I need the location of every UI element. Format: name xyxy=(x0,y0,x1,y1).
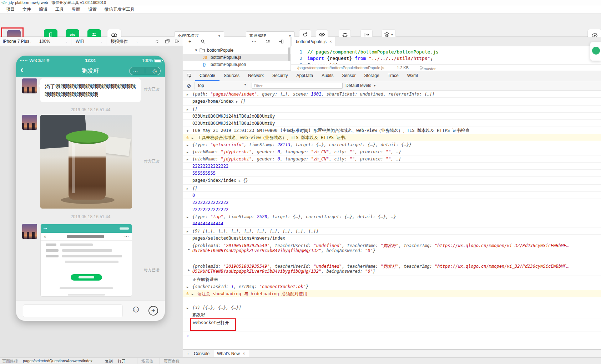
copy-button[interactable]: 复制 xyxy=(105,359,113,364)
log-segment: , language: xyxy=(280,149,311,154)
more-button[interactable]: ⋯ xyxy=(133,68,138,74)
editor-tab[interactable]: bottomPopule.js × xyxy=(292,37,336,46)
network-select[interactable]: WiFi⌄ xyxy=(74,37,105,46)
devtools-tab-appdata[interactable]: AppData xyxy=(292,71,317,81)
context-select[interactable]: top▼ xyxy=(198,83,247,88)
inspect-element-icon[interactable] xyxy=(183,71,195,81)
kebab-menu-icon[interactable]: ⋮ xyxy=(186,351,190,356)
contact-avatar[interactable] xyxy=(22,78,37,93)
devtools-tab-sources[interactable]: Sources xyxy=(219,71,244,81)
console-log-row[interactable]: ▶{path: "pages/home/index", query: {…}, … xyxy=(183,91,601,98)
devtools-tab-trace[interactable]: Trace xyxy=(384,71,403,81)
log-segment: , beingAnswered: xyxy=(321,269,365,274)
drawer-tab-whats-new[interactable]: What's New × xyxy=(213,350,249,357)
expand-arrow-icon[interactable]: ▶ xyxy=(187,143,188,148)
git-branch[interactable]: master xyxy=(420,66,424,70)
menu-item[interactable]: 文件 xyxy=(19,5,35,14)
expand-arrow-icon[interactable]: ▼ xyxy=(187,129,188,134)
search-icon[interactable] xyxy=(200,38,206,45)
log-segment: } xyxy=(306,284,308,289)
menu-item[interactable]: 工具 xyxy=(51,5,68,14)
dock-right-icon[interactable] xyxy=(174,38,180,45)
devtools-tab-sensor[interactable]: Sensor xyxy=(338,71,360,81)
message-input[interactable] xyxy=(23,304,123,317)
mute-icon[interactable] xyxy=(155,38,161,45)
devtools-tab-security[interactable]: Security xyxy=(268,71,292,81)
clear-console-icon[interactable]: ⊘ xyxy=(187,83,191,89)
chat-image-cup-photo[interactable] xyxy=(40,115,132,209)
menu-item[interactable]: 项目 xyxy=(2,5,19,14)
menu-item[interactable]: 编辑 xyxy=(35,5,51,14)
console-log-row[interactable]: ▶(9) [{…}, {…}, {…}, {…}, {…}, {…}, {…},… xyxy=(183,227,601,235)
devtools-tab-storage[interactable]: Storage xyxy=(360,71,384,81)
console-log-row[interactable]: ▶{problemId: "2019051803935549", teacher… xyxy=(183,241,601,255)
console-log-row[interactable]: ▶{problemId: "2019051803935549", teacher… xyxy=(183,262,601,276)
expand-arrow-icon[interactable]: ▶ xyxy=(187,186,188,191)
devtools-tab-wxml[interactable]: Wxml xyxy=(403,71,422,81)
console-log-row[interactable]: ▶{nickName: "jdyptceshi", gender: 0, lan… xyxy=(183,148,601,155)
close-icon[interactable]: × xyxy=(243,351,245,356)
emoji-icon[interactable]: ☺ xyxy=(131,304,141,315)
sort-list-icon[interactable] xyxy=(264,38,271,45)
file-panel-scrollbar[interactable] xyxy=(288,47,290,61)
expand-arrow-icon[interactable]: ▶ xyxy=(187,306,188,311)
expand-arrow-icon[interactable]: ▶ xyxy=(187,285,188,290)
close-circle-button[interactable]: ◎ xyxy=(152,68,157,74)
console-log-row[interactable]: ▶{nickName: "jdyptceshi", gender: 0, lan… xyxy=(183,155,601,163)
close-icon[interactable]: × xyxy=(329,39,332,44)
console-log-row[interactable]: ▶{} xyxy=(183,106,601,113)
log-segment: {nickName: xyxy=(192,157,221,162)
menu-item[interactable]: 设置 xyxy=(84,5,101,14)
menu-item[interactable]: 界面 xyxy=(68,5,84,14)
zoom-select[interactable]: 100%⌄ xyxy=(37,37,70,46)
devtools-tab-audits[interactable]: Audits xyxy=(317,71,338,81)
console-log-row[interactable]: ▶{type: "getuserinfo", timeStamp: 28113,… xyxy=(183,141,601,148)
expand-arrow-icon[interactable]: ▶ xyxy=(188,268,190,273)
devtools-tab-network[interactable]: Network xyxy=(244,71,268,81)
console-log-row[interactable]: ▶(3) [{…}, {…}, {…}] xyxy=(183,304,601,311)
console-prompt[interactable]: › xyxy=(183,332,601,339)
console-log-row[interactable]: ⚠▶工具未校验合法域名、web-view（业务域名）、TLS 版本以及 HTTP… xyxy=(183,134,601,141)
console-log-row[interactable]: ▶{} xyxy=(183,185,601,192)
log-levels-select[interactable]: Default levels▼ xyxy=(345,83,376,88)
console-log-area: ▶{path: "pages/home/index", query: {…}, … xyxy=(183,91,601,349)
expand-arrow-icon[interactable]: ▶ xyxy=(187,157,188,162)
expand-arrow-icon[interactable]: ▶ xyxy=(187,107,188,112)
page-path-label: 页面路径 xyxy=(2,359,18,364)
float-window-icon[interactable] xyxy=(164,38,171,45)
drawer-tab-console[interactable]: Console xyxy=(194,351,209,356)
expand-arrow-icon[interactable]: ▶ xyxy=(188,247,190,252)
console-log-row[interactable]: ⚠▶请注意 showLoading 与 hideLoading 必须配对使用 xyxy=(183,290,601,297)
editor-tab-bar: bottomPopule.js × xyxy=(291,37,601,46)
console-log-row[interactable]: ▶{type: "tap", timeStamp: 2520, target: … xyxy=(183,213,601,220)
open-button[interactable]: 打开 xyxy=(118,359,126,364)
tree-folder-row[interactable]: ▼ bottomPopule xyxy=(183,47,291,54)
console-log-row[interactable]: ▶{socketTaskId: 1, errMsg: "connectSocke… xyxy=(183,283,601,290)
collapse-panel-icon[interactable] xyxy=(278,38,284,45)
expand-arrow-icon[interactable]: ▶ xyxy=(192,292,193,297)
simulate-select[interactable]: 模拟操作⌄ xyxy=(108,37,141,46)
expand-arrow-icon[interactable]: ▶ xyxy=(187,215,188,220)
menu-item[interactable]: 微信开发者工具 xyxy=(101,5,138,14)
chat-image-screenshot[interactable]: •••• ⠀⠀ × ⋯ xyxy=(40,224,132,297)
add-file-icon[interactable]: + xyxy=(187,38,193,45)
file-item[interactable]: JSbottomPopule.js xyxy=(183,54,291,61)
expand-arrow-icon[interactable]: ▶ xyxy=(187,229,188,234)
plus-circle-icon[interactable]: + xyxy=(148,306,158,316)
more-icon[interactable]: ⋯ xyxy=(251,38,257,45)
expand-arrow-icon[interactable]: ▶ xyxy=(192,136,193,141)
log-segment: , gender: xyxy=(252,149,277,154)
filter-input[interactable] xyxy=(252,83,343,89)
devtools-tab-console[interactable]: Console xyxy=(195,71,219,81)
log-segment: 2520 xyxy=(257,214,267,219)
file-item[interactable]: {}bottomPopule.json xyxy=(183,61,291,68)
green-indicator[interactable] xyxy=(592,47,600,55)
expand-arrow-icon[interactable]: ▶ xyxy=(187,150,188,155)
expand-arrow-icon[interactable]: ▶ xyxy=(187,92,188,97)
console-log-row[interactable]: ▼Tue May 21 2019 12:01:23 GMT+0800 (中国标准… xyxy=(183,127,601,134)
chat-bubble-text[interactable]: 渴了饿哦哦哦哦哦哦哦哦哦哦哦哦哦哦哦哦哦哦哦哦哦哦哦哦 xyxy=(40,78,141,102)
device-select[interactable]: iPhone 7 Plus⌄ xyxy=(1,37,34,46)
contact-avatar[interactable] xyxy=(22,224,37,239)
contact-avatar[interactable] xyxy=(22,115,37,130)
main-toolbar: 模拟器 </> 编辑器 调试器 云开发 小程序模式▼ 普通编译▼ 编译 预览 xyxy=(0,14,601,37)
